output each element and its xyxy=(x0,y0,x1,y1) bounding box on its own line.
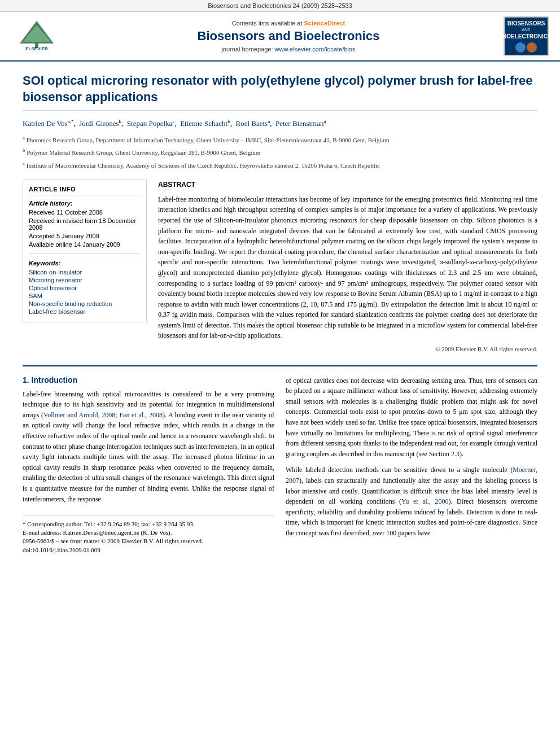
affil-c: c Institute of Macromolecular Chemistry,… xyxy=(23,159,537,171)
author-3[interactable]: Stepan Popelka xyxy=(127,120,173,128)
keywords-label: Keywords: xyxy=(29,260,141,267)
footnote-area: * Corresponding author. Tel.: +32 9 264 … xyxy=(23,516,274,553)
journal-citation: Biosensors and Bioelectronics 24 (2009) … xyxy=(208,2,352,9)
journal-logo-box: BIOSENSORS AND BIOELECTRONICS xyxy=(504,16,549,56)
affil-b: b Polymer Material Research Group, Ghent… xyxy=(23,146,537,158)
author-6[interactable]: Peter Bienstman xyxy=(275,120,324,128)
author-5[interactable]: Roel Baets xyxy=(235,120,268,128)
body-columns: 1. Introduction Label-free biosensing wi… xyxy=(23,375,537,554)
keyword-1: Silicon-on-Insulator xyxy=(29,269,141,276)
received-revised-date: Received in revised form 18 December 200… xyxy=(29,217,141,231)
footnote-issn: 0956-5663/$ – see front matter © 2009 El… xyxy=(23,538,274,544)
abstract-section: Abstract Label-free monitoring of biomol… xyxy=(158,180,537,354)
author-2[interactable]: Jordi Girones xyxy=(79,120,119,128)
journal-header: ELSEVIER Contents lists available at Sci… xyxy=(0,12,560,62)
history-label: Article history: xyxy=(29,200,141,207)
accepted-date: Accepted 5 January 2009 xyxy=(29,233,141,239)
intro-paragraph-2: of optical cavities does not decrease wi… xyxy=(286,375,537,460)
authors-line: Katrien De Vosa,*, Jordi Gironesb, Stepa… xyxy=(23,118,537,129)
main-content: SOI optical microring resonator with pol… xyxy=(0,62,560,565)
journal-title: Biosensors and Bioelectronics xyxy=(73,29,504,43)
contents-list-text: Contents lists available at ScienceDirec… xyxy=(73,20,504,27)
body-content: 1. Introduction Label-free biosensing wi… xyxy=(23,365,537,554)
intro-paragraph-3: While labeled detection methods can be s… xyxy=(286,465,537,538)
received-date: Received 11 October 2008 xyxy=(29,209,141,216)
intro-paragraph-1: Label-free biosensing with optical micro… xyxy=(23,389,274,505)
intro-heading: 1. Introduction xyxy=(23,375,274,385)
article-info-box: Article Info Article history: Received 1… xyxy=(23,180,147,322)
abstract-text: Label-free monitoring of biomolecular in… xyxy=(158,194,537,341)
ref-yu[interactable]: Yu et al., 2006 xyxy=(401,497,448,505)
ref-vollmer[interactable]: Vollmer and Arnold, 2008 xyxy=(43,411,115,419)
body-right-col: of optical cavities does not decrease wi… xyxy=(286,375,537,554)
copyright-line: © 2009 Elsevier B.V. All rights reserved… xyxy=(158,344,537,354)
journal-center: Contents lists available at ScienceDirec… xyxy=(73,20,504,53)
affiliations: a Photonics Research Group, Department o… xyxy=(23,134,537,171)
keyword-3: Optical biosensor xyxy=(29,285,141,291)
keyword-6: Label-free biosensor xyxy=(29,308,141,315)
author-4[interactable]: Etienne Schacht xyxy=(180,120,228,128)
article-info-column: Article Info Article history: Received 1… xyxy=(23,180,147,354)
keyword-5: Non-specific binding reduction xyxy=(29,300,141,307)
ref-fan[interactable]: Fan et al., 2008 xyxy=(119,411,163,419)
doi-line: doi:10.1016/j.bios.2009.01.009 xyxy=(23,547,274,553)
elsevier-logo: ELSEVIER xyxy=(11,18,62,54)
homepage-link[interactable]: www.elsevier.com/locate/bios xyxy=(275,46,356,53)
article-meta-row: Article Info Article history: Received 1… xyxy=(23,180,537,354)
abstract-column: Abstract Label-free monitoring of biomol… xyxy=(158,180,537,354)
abstract-heading: Abstract xyxy=(158,180,537,190)
body-left-col: 1. Introduction Label-free biosensing wi… xyxy=(23,375,274,554)
author-1[interactable]: Katrien De Vos xyxy=(23,120,68,128)
available-online-date: Available online 14 January 2009 xyxy=(29,241,141,248)
keywords-section: Keywords: Silicon-on-Insulator Microring… xyxy=(29,260,141,315)
footnote-email: E-mail address: Katrien.Devas@intec.ugen… xyxy=(23,529,274,536)
top-bar: Biosensors and Bioelectronics 24 (2009) … xyxy=(0,0,560,12)
keyword-2: Microring resonator xyxy=(29,277,141,283)
article-title: SOI optical microring resonator with pol… xyxy=(23,73,537,111)
keyword-4: SAM xyxy=(29,292,141,299)
footnote-corresponding: * Corresponding author. Tel.: +32 9 264 … xyxy=(23,521,274,527)
svg-text:ELSEVIER: ELSEVIER xyxy=(25,46,48,51)
article-info-heading: Article Info xyxy=(29,186,141,195)
affil-a: a Photonics Research Group, Department o… xyxy=(23,134,537,145)
journal-homepage: journal homepage: www.elsevier.com/locat… xyxy=(73,46,504,53)
ref-moerner[interactable]: Moerner, 2007 xyxy=(286,466,537,484)
ref-section-2-3[interactable]: 2.3 xyxy=(451,450,460,458)
science-direct-link[interactable]: ScienceDirect xyxy=(304,20,345,27)
